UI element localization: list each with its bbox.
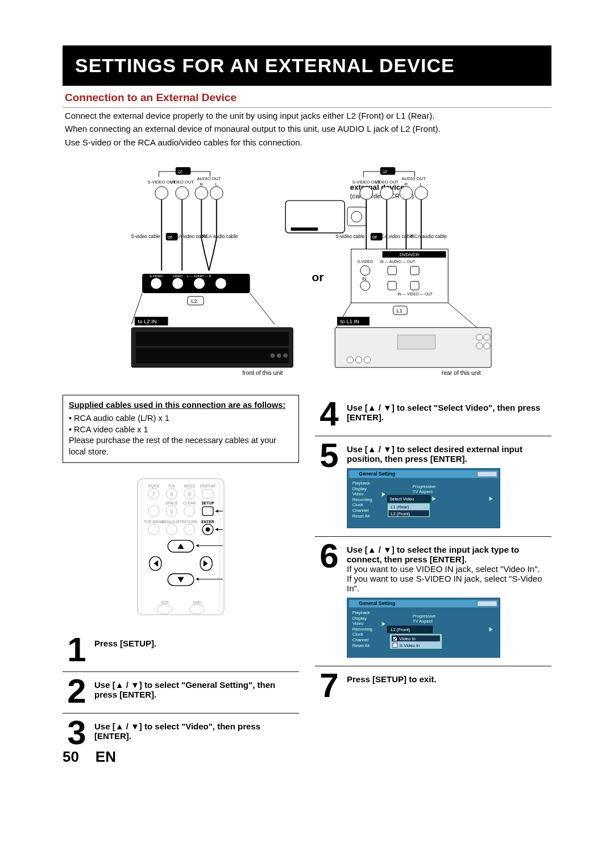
svg-text:Video: Video [352,491,364,496]
svg-text:Progressive: Progressive [413,483,436,489]
svg-text:R: R [405,181,408,186]
svg-point-28 [215,278,226,289]
svg-text:L: L [420,181,422,186]
svg-text:VCR: VCR [160,600,168,604]
svg-text:CLEAR: CLEAR [183,501,196,505]
svg-rect-76 [410,281,419,290]
svg-point-90 [347,357,353,363]
svg-point-118 [148,506,159,516]
svg-text:TUV: TUV [168,484,176,488]
step-number: 7 [315,672,343,699]
svg-text:TV Aspect: TV Aspect [413,489,433,494]
svg-point-13 [195,186,208,199]
svg-text:AUDIO OUT: AUDIO OUT [402,176,426,181]
supplied-line: • RCA video cable x 1 [69,424,293,436]
svg-point-41 [271,353,275,358]
svg-point-127 [206,527,210,532]
svg-text:L — AUDIO — R: L — AUDIO — R [187,274,211,277]
svg-text:RETURN: RETURN [181,519,197,523]
svg-point-132 [157,604,172,614]
svg-text:TOP MENU: TOP MENU [144,519,164,523]
svg-rect-172 [393,643,397,648]
supplied-cables-box: Supplied cables used in this connection … [63,395,299,463]
svg-text:Playback: Playback [352,610,370,615]
svg-text:IN — AUDIO — OUT: IN — AUDIO — OUT [380,260,415,264]
svg-point-27 [194,278,205,289]
svg-rect-114 [202,489,213,498]
connection-diagram: external device (camcorder, VCR etc.) or… [63,154,551,395]
svg-text:IN — VIDEO — OUT: IN — VIDEO — OUT [397,292,433,296]
intro-line: Connect the external device properly to … [65,110,549,122]
step-2: 2 Use [▲ / ▼] to select "General Setting… [63,672,299,713]
svg-point-91 [355,357,362,363]
intro-block: Connect the external device properly to … [63,110,551,148]
svg-text:WXYZ: WXYZ [184,484,195,488]
svg-line-81 [335,303,351,329]
svg-rect-40 [136,348,289,363]
svg-text:S-Video In: S-Video In [400,643,420,648]
svg-point-56 [414,186,428,199]
step-5: 5 Use [▲ / ▼] to select desired external… [315,436,551,537]
svg-text:IN: IN [362,276,367,281]
svg-point-25 [151,278,161,289]
step-1: 1 Press [SETUP]. [63,631,299,672]
step-4: 4 Use [▲ / ▼] to select "Select Video", … [315,395,551,436]
svg-text:or: or [372,233,377,240]
section-subtitle: Connection to an External Device [63,89,551,108]
svg-text:SPACE: SPACE [165,501,179,505]
svg-text:Channel: Channel [352,637,369,642]
svg-point-120 [184,506,195,516]
svg-text:General Setting: General Setting [359,471,395,477]
svg-text:L2: L2 [191,298,197,304]
remote-diagram: PQRSTUV WXYZDISPLAY SPACECLEAR SETUP TOP… [63,477,299,619]
svg-text:DISPLAY: DISPLAY [200,484,216,488]
svg-point-74 [360,281,370,290]
svg-rect-122 [202,507,213,515]
svg-point-133 [189,604,205,614]
step-number: 1 [63,636,91,663]
svg-point-14 [210,186,223,199]
svg-text:Recording: Recording [352,627,372,632]
svg-text:Channel: Channel [352,508,369,513]
page-lang: EN [96,748,116,765]
svg-text:VIDEO: VIDEO [173,274,183,277]
step-extra: If you want to use VIDEO IN jack, select… [347,564,551,574]
svg-point-53 [360,186,373,199]
svg-point-55 [400,186,413,199]
svg-rect-1 [347,207,366,226]
svg-text:Display: Display [352,615,367,620]
svg-text:S-video
cable: S-video cable [335,233,365,239]
menu-screenshot-step5: General Setting Playback Display Video R… [347,468,551,528]
svg-text:rear of this unit: rear of this unit [442,370,481,376]
svg-text:or: or [178,168,182,174]
svg-text:or: or [312,270,324,283]
svg-text:Progressive: Progressive [413,614,436,619]
intro-line: Use S-video or the RCA audio/video cable… [65,137,549,148]
svg-point-11 [155,186,168,199]
svg-text:PQRS: PQRS [148,484,159,489]
page-title: SETTINGS FOR AN EXTERNAL DEVICE [63,45,551,86]
intro-line: When connecting an external device of mo… [65,123,549,135]
svg-rect-39 [136,332,289,346]
step-number: 5 [315,442,343,469]
svg-text:RCA
video
cable: RCA video cable [377,233,413,239]
step-text: Use [▲ / ▼] to select "Select Video", th… [347,403,540,422]
svg-rect-156 [477,601,497,607]
step-6: 6 Use [▲ / ▼] to select the input jack t… [315,537,551,666]
supplied-line: • RCA audio cable (L/R) x 1 [69,413,293,424]
step-7: 7 Press [SETUP] to exit. [315,666,551,707]
svg-text:Recording: Recording [352,497,372,502]
svg-text:Clock: Clock [352,502,363,507]
svg-line-35 [250,293,275,324]
svg-text:to L2 IN: to L2 IN [138,318,157,324]
supplied-header: Supplied cables used in this connection … [69,400,293,411]
svg-text:0: 0 [170,508,173,514]
svg-text:Reset All: Reset All [352,643,370,648]
svg-rect-72 [388,266,396,274]
svg-point-86 [476,334,482,340]
svg-text:7: 7 [152,491,155,497]
svg-text:S-video
cable: S-video cable [131,233,160,239]
svg-point-89 [484,343,490,349]
svg-rect-93 [397,335,435,349]
step-text: Use [▲ / ▼] to select "Video", then pres… [94,721,260,741]
